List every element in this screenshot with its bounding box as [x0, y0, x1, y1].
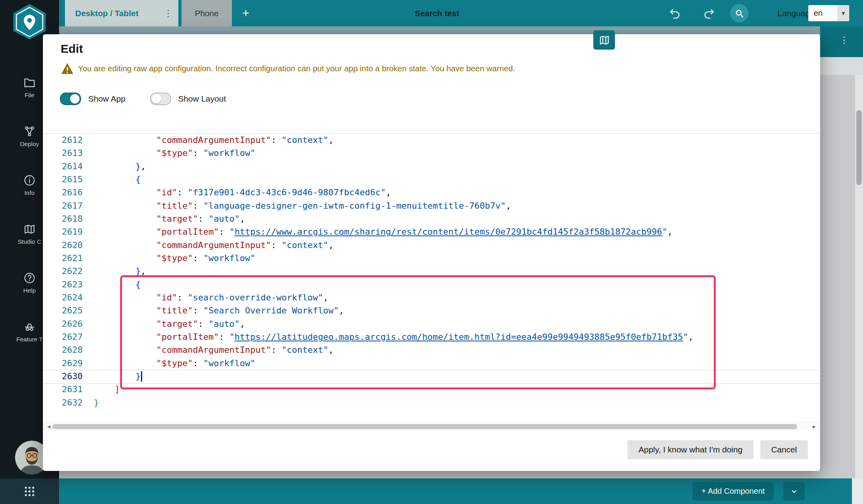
- code-line: 2629"$type": "workflow": [43, 357, 820, 370]
- line-number: 2623: [62, 278, 94, 291]
- chevron-down-icon: [790, 487, 798, 496]
- show-layout-label: Show Layout: [178, 94, 226, 104]
- code-line: 2621"$type": "workflow": [43, 252, 820, 265]
- line-number: 2630: [62, 370, 94, 383]
- line-number: 2619: [62, 225, 94, 238]
- code-line: 2617"title": "language-designer-gen-iwtm…: [43, 199, 820, 212]
- grid-icon: [23, 485, 36, 498]
- code-line: 2613"$type": "workflow": [43, 146, 820, 159]
- code-line: 2614},: [43, 160, 820, 173]
- code-line: 2632}: [43, 396, 820, 409]
- help-icon: [23, 272, 36, 284]
- scroll-right-icon[interactable]: ►: [808, 424, 820, 430]
- app-switcher-button[interactable]: [0, 478, 59, 504]
- code-line: 2623{: [43, 278, 820, 291]
- line-number: 2613: [62, 146, 94, 159]
- bottom-bar: + Add Component: [59, 478, 852, 504]
- language-value: en: [808, 9, 837, 18]
- text-cursor: [141, 371, 142, 382]
- code-line: 2612"commandArgumentInput": "context",: [43, 133, 820, 146]
- code-line: 2624"id": "search-override-workflow",: [43, 291, 820, 304]
- toggle-knob: [70, 94, 80, 104]
- map-tool-button[interactable]: [593, 30, 615, 50]
- tab-desktop-tablet[interactable]: Desktop / Tablet ⋮: [65, 0, 178, 26]
- code-line: 2622},: [43, 265, 820, 278]
- redo-icon: [703, 7, 715, 20]
- code-line: 2616"id": "f317e901-4dc3-43c6-9d46-9807f…: [43, 186, 820, 199]
- scrollbar-thumb[interactable]: [856, 110, 862, 185]
- tab-phone[interactable]: Phone: [181, 0, 232, 26]
- add-component-button[interactable]: + Add Component: [693, 482, 774, 500]
- code-line: 2618"target": "auto",: [43, 212, 820, 225]
- line-number: 2624: [62, 291, 94, 304]
- code-line: 2631]: [43, 383, 820, 396]
- line-number: 2629: [62, 357, 94, 370]
- overflow-menu-icon[interactable]: ⋮: [840, 35, 848, 45]
- warning-text: You are editing raw app configuration. I…: [78, 64, 515, 73]
- map-icon: [598, 34, 610, 46]
- deploy-icon: [23, 125, 36, 138]
- code-line: 2627"portalItem": "https://latitudegeo.m…: [43, 330, 820, 343]
- line-number: 2622: [62, 265, 94, 278]
- line-number: 2631: [62, 383, 94, 396]
- horizontal-scrollbar[interactable]: ◄ ►: [43, 422, 820, 431]
- show-app-label: Show App: [88, 94, 126, 104]
- code-line: 2628"commandArgumentInput": "context",: [43, 343, 820, 356]
- folder-icon: [23, 76, 36, 89]
- right-panel-header: ⋮: [820, 26, 863, 57]
- canvas-background: [59, 26, 820, 34]
- line-number: 2614: [62, 160, 94, 173]
- add-component-chevron-button[interactable]: [783, 482, 805, 500]
- page-scrollbar[interactable]: [855, 75, 863, 478]
- portal-item-link[interactable]: https://www.arcgis.com/sharing/rest/cont…: [235, 227, 662, 237]
- redo-button[interactable]: [703, 7, 715, 20]
- cancel-button[interactable]: Cancel: [760, 440, 808, 459]
- add-tab-button[interactable]: +: [242, 0, 250, 26]
- warning-message: You are editing raw app configuration. I…: [61, 63, 515, 74]
- kebab-menu-icon[interactable]: ⋮: [158, 8, 178, 19]
- line-number: 2615: [62, 173, 94, 186]
- line-number: 2627: [62, 330, 94, 343]
- line-number: 2626: [62, 317, 94, 330]
- line-number: 2632: [62, 396, 94, 409]
- language-select[interactable]: en ▾: [808, 5, 849, 21]
- search-button[interactable]: [730, 4, 748, 22]
- code-line: 2619"portalItem": "https://www.arcgis.co…: [43, 225, 820, 238]
- portal-item-link[interactable]: https://latitudegeo.maps.arcgis.com/home…: [235, 332, 683, 342]
- undo-button[interactable]: [669, 7, 681, 20]
- apply-button[interactable]: Apply, I know what I'm doing: [628, 440, 754, 459]
- code-line: 2626"target": "auto",: [43, 317, 820, 330]
- undo-icon: [669, 7, 681, 20]
- line-number: 2618: [62, 212, 94, 225]
- right-toolbar-strip: [820, 57, 863, 75]
- scrollbar-corner: [852, 478, 863, 504]
- line-number: 2616: [62, 186, 94, 199]
- line-number: 2620: [62, 239, 94, 252]
- code-line: 2620"commandArgumentInput": "context",: [43, 239, 820, 252]
- line-number: 2628: [62, 343, 94, 356]
- search-icon: [734, 8, 744, 19]
- feature-icon: [23, 321, 36, 333]
- warning-triangle-icon: [61, 63, 74, 74]
- code-line: 2615{: [43, 173, 820, 186]
- code-line: 2630}: [43, 370, 820, 383]
- edit-modal: Edit You are editing raw app configurati…: [43, 34, 820, 471]
- show-app-toggle[interactable]: [60, 93, 81, 105]
- tab-desktop-tablet-label: Desktop / Tablet: [75, 9, 139, 18]
- toggle-knob: [152, 94, 161, 104]
- show-layout-toggle[interactable]: [150, 93, 171, 105]
- line-number: 2612: [62, 133, 94, 146]
- modal-title: Edit: [61, 42, 83, 56]
- code-editor[interactable]: 2612"commandArgumentInput": "context",26…: [43, 133, 820, 410]
- chevron-down-icon: ▾: [837, 5, 849, 21]
- line-number: 2621: [62, 252, 94, 265]
- line-number: 2617: [62, 199, 94, 212]
- code-line: 2625"title": "Search Override Workflow",: [43, 304, 820, 317]
- scrollbar-thumb[interactable]: [52, 424, 797, 429]
- line-number: 2625: [62, 304, 94, 317]
- app-title: Search test: [378, 0, 496, 26]
- info-icon: [23, 174, 36, 187]
- studio-icon: [23, 223, 36, 235]
